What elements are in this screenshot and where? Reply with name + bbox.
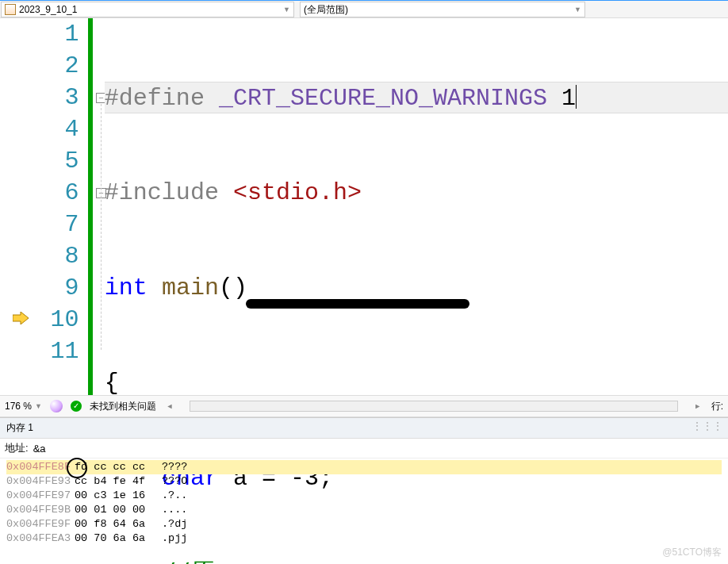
line-number: 8 xyxy=(26,240,79,272)
memory-addr: 0x004FFE9F xyxy=(6,517,75,531)
memory-bytes: cc b4 fe 4f xyxy=(75,474,162,489)
breakpoint-margin[interactable] xyxy=(0,18,26,395)
lightbulb-icon[interactable] xyxy=(50,400,63,412)
function-scope-label: (全局范围) xyxy=(304,3,348,17)
chevron-down-icon: ▼ xyxy=(574,6,581,13)
file-scope-dropdown[interactable]: 2023_9_10_1 ▼ xyxy=(1,2,294,17)
function-scope-dropdown[interactable]: (全局范围) ▼ xyxy=(300,2,585,17)
line-number: 1 xyxy=(26,18,79,50)
memory-ascii: .pjj xyxy=(162,531,187,546)
zoom-dropdown[interactable]: 176 % ▼ xyxy=(5,401,42,412)
line-number: 5 xyxy=(26,145,79,177)
watermark: @51CTO博客 xyxy=(662,546,722,559)
memory-row: 0x004FFE9F 00 f8 64 6a .?dj xyxy=(6,517,722,531)
line-number: 7 xyxy=(26,209,79,240)
memory-row: 0x004FFE93 cc b4 fe 4f ???O xyxy=(6,474,722,489)
address-label: 地址: xyxy=(5,441,29,455)
navigation-bar: 2023_9_10_1 ▼ (全局范围) ▼ xyxy=(0,0,728,17)
memory-addr: 0x004FFEA3 xyxy=(6,531,75,546)
memory-addr: 0x004FFE9B xyxy=(6,503,75,517)
code-text-area[interactable]: #define _CRT_SECURE_NO_WARNINGS 1 #inclu… xyxy=(105,18,728,395)
chevron-down-icon: ▼ xyxy=(283,6,290,13)
memory-ascii: .... xyxy=(162,503,187,517)
memory-addr: 0x004FFE8F xyxy=(6,460,75,474)
check-icon: ✓ xyxy=(71,401,82,412)
memory-bytes: 00 70 6a 6a xyxy=(75,531,162,546)
chevron-down-icon: ▼ xyxy=(35,402,42,410)
grip-icon[interactable]: ⋮⋮⋮ xyxy=(692,420,723,432)
zoom-value: 176 % xyxy=(5,401,32,412)
annotation-underline xyxy=(246,299,469,309)
memory-row: 0x004FFEA3 00 70 6a 6a .pjj xyxy=(6,531,722,546)
memory-addr: 0x004FFE97 xyxy=(6,489,75,503)
memory-ascii: .?.. xyxy=(162,489,187,503)
execution-pointer-icon xyxy=(13,310,29,326)
memory-panel: 内存 1 ⋮⋮⋮ 地址: 0x004FFE8F fd cc cc cc ????… xyxy=(0,417,728,551)
memory-bytes: 00 c3 1e 16 xyxy=(75,489,162,503)
line-number-gutter: 1 2 3 4 5 6 7 8 9 10 11 xyxy=(26,18,89,395)
fold-gutter: − − xyxy=(93,18,105,395)
memory-ascii: .?dj xyxy=(162,517,187,531)
memory-bytes: fd cc cc cc xyxy=(75,460,162,474)
line-number: 10 xyxy=(26,304,79,336)
memory-bytes: 00 f8 64 6a xyxy=(75,517,162,531)
line-number: 3 xyxy=(26,82,79,113)
line-number: 2 xyxy=(26,50,79,82)
memory-row: 0x004FFE8F fd cc cc cc ???? xyxy=(6,460,722,474)
memory-ascii: ???O xyxy=(162,474,187,489)
line-number: 6 xyxy=(26,177,79,209)
memory-hex-grid[interactable]: 0x004FFE8F fd cc cc cc ???? 0x004FFE93 c… xyxy=(0,458,728,551)
memory-ascii: ???? xyxy=(162,460,187,474)
text-caret xyxy=(576,85,577,109)
line-number: 4 xyxy=(26,113,79,145)
code-editor: 1 2 3 4 5 6 7 8 9 10 11 − − #define _CRT… xyxy=(0,17,728,395)
line-number: 9 xyxy=(26,272,79,304)
memory-addr: 0x004FFE93 xyxy=(6,474,75,489)
horizontal-scrollbar[interactable] xyxy=(190,401,678,412)
line-number: 11 xyxy=(26,336,79,367)
fold-guide xyxy=(101,104,102,350)
annotation-circle xyxy=(67,458,87,478)
file-scope-label: 2023_9_10_1 xyxy=(19,4,77,15)
memory-row: 0x004FFE97 00 c3 1e 16 .?.. xyxy=(6,489,722,503)
file-icon xyxy=(5,4,16,15)
memory-row: 0x004FFE9B 00 01 00 00 .... xyxy=(6,503,722,517)
memory-panel-title: 内存 1 ⋮⋮⋮ xyxy=(0,418,728,439)
memory-bytes: 00 01 00 00 xyxy=(75,503,162,517)
